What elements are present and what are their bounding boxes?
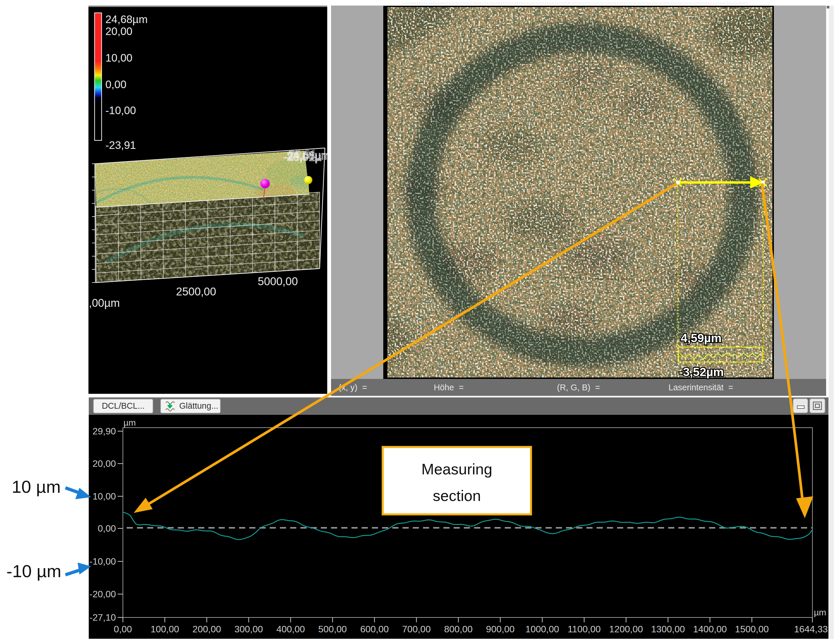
svg-text:Measuring: Measuring xyxy=(422,461,493,477)
svg-text:1200,00: 1200,00 xyxy=(609,624,643,634)
svg-text:1100,00: 1100,00 xyxy=(567,624,600,634)
svg-text:20,00: 20,00 xyxy=(105,25,133,37)
svg-text:-10 µm: -10 µm xyxy=(6,561,61,581)
svg-text:-23,91: -23,91 xyxy=(105,139,136,151)
svg-text:600,00: 600,00 xyxy=(360,624,389,634)
svg-text:10,00: 10,00 xyxy=(105,52,133,64)
svg-text:0,00: 0,00 xyxy=(105,79,126,91)
svg-text:0,00: 0,00 xyxy=(98,523,116,534)
svg-text:Glättung...: Glättung... xyxy=(179,401,218,411)
svg-text:20,00: 20,00 xyxy=(92,458,116,469)
svg-text:200,00: 200,00 xyxy=(192,624,221,634)
svg-text:2500,00: 2500,00 xyxy=(176,285,216,298)
svg-text:700,00: 700,00 xyxy=(402,624,431,634)
svg-text:10,00: 10,00 xyxy=(92,491,116,502)
svg-text:-10,00: -10,00 xyxy=(105,105,136,117)
svg-text:1000,00: 1000,00 xyxy=(525,624,559,634)
svg-text:µm: µm xyxy=(123,418,136,427)
svg-text:29,90: 29,90 xyxy=(92,426,116,437)
svg-text:-27,10: -27,10 xyxy=(89,612,116,623)
svg-text:0,00µm: 0,00µm xyxy=(89,297,120,309)
svg-text:10 µm: 10 µm xyxy=(12,477,61,497)
svg-text:300,00: 300,00 xyxy=(234,624,263,634)
svg-text:900,00: 900,00 xyxy=(486,624,515,634)
svg-text:(x, y) =: (x, y) = xyxy=(339,383,367,392)
svg-text:400,00: 400,00 xyxy=(276,624,305,634)
svg-text:-20,00: -20,00 xyxy=(89,589,116,599)
svg-text:(R, G, B) =: (R, G, B) = xyxy=(557,383,600,392)
svg-text:100,00: 100,00 xyxy=(150,624,179,634)
svg-text:1400,00: 1400,00 xyxy=(693,624,727,634)
svg-text:section: section xyxy=(433,487,481,504)
svg-text:20,91: 20,91 xyxy=(289,148,317,160)
svg-text:24,68µm: 24,68µm xyxy=(105,13,148,25)
svg-text:500,00: 500,00 xyxy=(318,624,347,634)
svg-text:1644,33: 1644,33 xyxy=(794,624,828,634)
svg-text:µm: µm xyxy=(814,607,826,617)
svg-text:1300,00: 1300,00 xyxy=(651,624,685,634)
svg-text:DCL/BCL...: DCL/BCL... xyxy=(102,401,145,411)
svg-text:0,00: 0,00 xyxy=(114,624,132,634)
svg-text:Laserintensität =: Laserintensität = xyxy=(669,383,733,392)
svg-text:5000,00: 5000,00 xyxy=(258,275,298,288)
svg-text:Höhe =: Höhe = xyxy=(434,383,464,392)
svg-text:-10,00: -10,00 xyxy=(89,556,116,566)
svg-text:800,00: 800,00 xyxy=(444,624,473,634)
svg-text:1500,00: 1500,00 xyxy=(735,624,769,634)
